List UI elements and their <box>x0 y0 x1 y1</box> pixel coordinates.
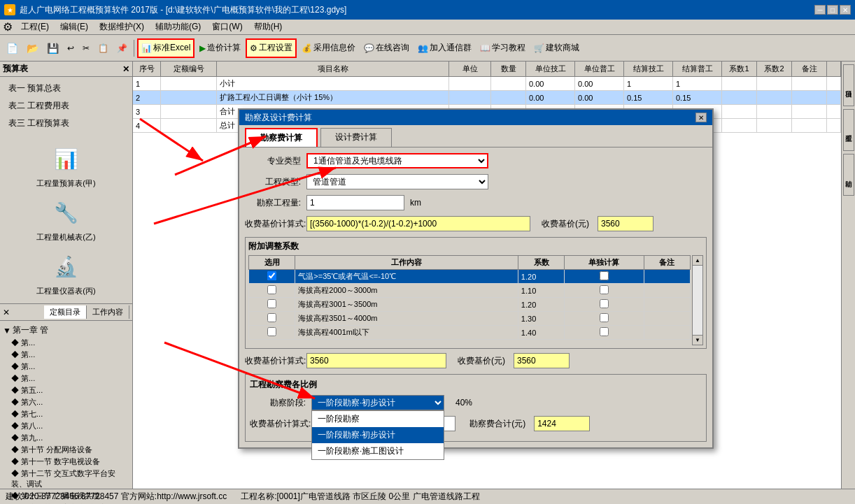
dialog-overlay: 勘察及设计费计算 ✕ 勘察费计算 设计费计算 专业类型 1通信管道及光电缆线路 … <box>238 108 714 449</box>
adj-solo-5[interactable] <box>600 327 609 336</box>
menu-edit[interactable]: 编辑(E) <box>55 20 94 34</box>
col-name: 项目名称 <box>217 62 449 76</box>
quota-tree: ▼ 第一章 管 ◆ 第... ◆ 第... ◆ 第... ◆ 第... ◆ 第五… <box>0 321 132 504</box>
bottom-formula-input[interactable] <box>306 353 446 368</box>
tree-item-sec1[interactable]: ◆ 第... <box>3 337 129 349</box>
toolbar-settings[interactable]: ⚙ 工程设置 <box>246 38 297 58</box>
toolbar-excel[interactable]: 📊 标准Excel <box>137 38 195 58</box>
left-panel-close-button[interactable]: ✕ <box>122 64 129 74</box>
survey-total-label: 勘察费合计(元) <box>469 418 525 430</box>
toolbar-open[interactable]: 📂 <box>23 38 42 58</box>
icon-block-quantity-jia[interactable]: 📊 工程量预算表(甲) <box>36 142 95 189</box>
survey-dialog: 勘察及设计费计算 ✕ 勘察费计算 设计费计算 专业类型 1通信管道及光电缆线路 … <box>238 108 714 449</box>
minimize-button[interactable]: ─ <box>814 5 826 15</box>
tree-item-sec10[interactable]: ◆ 第十节 分配网络设备 <box>3 444 129 456</box>
formula-input[interactable] <box>306 216 530 231</box>
col-note: 备注 <box>792 62 827 76</box>
nav-table1[interactable]: 表一 预算总表 <box>3 80 129 97</box>
tree-item-chapter1[interactable]: ▼ 第一章 管 <box>3 324 129 337</box>
toolbar-new[interactable]: 📄 <box>3 38 22 58</box>
survey-amount-input[interactable] <box>306 195 404 210</box>
tree-item-sec12[interactable]: ◆ 第十二节 交互式数字平台安装、调试 <box>3 468 129 490</box>
adj-solo-2[interactable] <box>600 285 609 294</box>
bottom-formula-label: 收费基价计算式: <box>245 355 301 367</box>
toolbar-tutorial[interactable]: 📖 学习教程 <box>476 38 529 58</box>
tab-work-content[interactable]: 工作内容 <box>87 305 129 319</box>
toolbar-copy[interactable]: 📋 <box>94 38 112 58</box>
adj-solo-1[interactable] <box>600 271 609 280</box>
status-project: 工程名称:[0001]广电管道线路 市区丘陵 0公里 广电管道线路工程 <box>241 491 479 503</box>
tree-item-sec11[interactable]: ◆ 第十一节 数字电视设备 <box>3 456 129 468</box>
adj-check-5[interactable] <box>267 327 276 336</box>
tree-item-sec6[interactable]: ◆ 第六... <box>3 396 129 408</box>
survey-bottom-formula-label: 收费基价计算式: <box>250 418 306 430</box>
survey-phase-dropdown-container: 一阶段勘察 一阶段勘察·初步设计 一阶段勘察·施工图设计 一阶段勘察 一阶段勘察… <box>311 395 444 410</box>
left-panel: 预算表 ✕ 表一 预算总表 表二 工程费用表 表三 工程预算表 📊 工程量预算表… <box>0 62 133 489</box>
base-price-input[interactable] <box>598 216 653 231</box>
right-panel: 项目目 工程量 辅助 <box>841 62 855 489</box>
tree-item-sec13[interactable]: ◆ 第十三节 广播电视共缆 <box>3 490 129 502</box>
survey-phase-select[interactable]: 一阶段勘察 一阶段勘察·初步设计 一阶段勘察·施工图设计 <box>311 395 444 410</box>
adj-scroll-down[interactable]: ▼ <box>693 335 702 345</box>
adj-row-4: 海拔高程3501～4000m 1.30 <box>249 312 691 326</box>
toolbar-calc[interactable]: ▶ 造价计算 <box>196 38 244 58</box>
menu-tools[interactable]: 辅助功能(G) <box>150 20 206 34</box>
dialog-close-button[interactable]: ✕ <box>695 113 707 122</box>
adj-table: 选用 工作内容 系数 单独计算 备注 气温>=35℃或 <box>248 255 691 340</box>
tree-item-sec8[interactable]: ◆ 第八... <box>3 420 129 432</box>
menu-project[interactable]: 工程(E) <box>15 20 55 34</box>
tab-survey[interactable]: 勘察费计算 <box>245 128 318 147</box>
project-type-row: 工程类型: 管道管道 光缆线路 电缆线路 <box>245 174 707 189</box>
adj-check-4[interactable] <box>267 313 276 322</box>
bottom-close-btn[interactable]: ✕ <box>3 308 10 317</box>
toolbar-price[interactable]: 💰 采用信息价 <box>298 38 359 58</box>
toolbar-group[interactable]: 👥 加入通信群 <box>414 38 475 58</box>
table-row-2: 2 扩路工程小工日调整（小计 15%） 0.00 0.00 0.15 0.15 <box>133 91 841 105</box>
project-type-select[interactable]: 管道管道 光缆线路 电缆线路 <box>306 174 488 189</box>
adj-row-3: 海拔高程3001～3500m 1.20 <box>249 298 691 312</box>
nav-table2[interactable]: 表二 工程费用表 <box>3 97 129 115</box>
tree-item-sec2[interactable]: ◆ 第... <box>3 349 129 361</box>
col-calc-skill: 结算技工 <box>624 62 673 76</box>
tree-item-sec9[interactable]: ◆ 第九... <box>3 432 129 444</box>
menu-window[interactable]: 窗口(W) <box>206 20 248 34</box>
menu-help[interactable]: 帮助(H) <box>248 20 288 34</box>
adj-solo-4[interactable] <box>600 313 609 322</box>
right-btn-1[interactable]: 项目目 <box>843 64 854 106</box>
menu-bar: ⚙ 工程(E) 编辑(E) 数据维护(X) 辅助功能(G) 窗口(W) 帮助(H… <box>0 20 855 35</box>
tree-item-sec7[interactable]: ◆ 第七... <box>3 408 129 420</box>
phase-option-2[interactable]: 一阶段勘察·初步设计 <box>312 427 444 443</box>
adj-scroll-up[interactable]: ▲ <box>693 256 702 266</box>
icon-block-machine[interactable]: 🔧 工程量机械表(乙) <box>36 196 95 243</box>
bottom-base-price-input[interactable] <box>514 353 570 368</box>
phase-option-1[interactable]: 一阶段勘察 <box>312 411 444 427</box>
toolbar-shop[interactable]: 🛒 建软商城 <box>530 38 583 58</box>
maximize-button[interactable]: □ <box>827 5 838 15</box>
survey-phase-label: 勘察阶段: <box>250 397 306 409</box>
tab-quota-list[interactable]: 定额目录 <box>44 305 87 319</box>
tree-item-sec5[interactable]: ◆ 第五... <box>3 384 129 396</box>
specialty-select[interactable]: 1通信管道及光电缆线路 2通信设备 3综合布线 <box>306 153 488 168</box>
tree-item-sec4[interactable]: ◆ 第... <box>3 373 129 384</box>
adj-solo-3[interactable] <box>600 299 609 308</box>
right-btn-3[interactable]: 辅助 <box>843 154 854 196</box>
adj-check-1[interactable] <box>267 271 276 280</box>
toolbar-cut[interactable]: ✂ <box>79 38 93 58</box>
col-unit: 单位 <box>449 62 491 76</box>
adj-check-2[interactable] <box>267 285 276 294</box>
menu-data[interactable]: 数据维护(X) <box>94 20 150 34</box>
close-button[interactable]: ✕ <box>840 5 851 15</box>
survey-total-input[interactable] <box>534 416 590 431</box>
tab-design[interactable]: 设计费计算 <box>320 128 392 147</box>
col-extra <box>827 62 841 76</box>
nav-table3[interactable]: 表三 工程预算表 <box>3 115 129 132</box>
toolbar-save[interactable]: 💾 <box>43 38 62 58</box>
toolbar-consult[interactable]: 💬 在线咨询 <box>360 38 413 58</box>
toolbar-undo[interactable]: ↩ <box>64 38 78 58</box>
right-btn-2[interactable]: 工程量 <box>843 109 854 151</box>
icon-block-instrument[interactable]: 🔬 工程量仪器表(丙) <box>36 250 95 296</box>
phase-option-3[interactable]: 一阶段勘察·施工图设计 <box>312 443 444 459</box>
adj-check-3[interactable] <box>267 299 276 308</box>
toolbar-paste[interactable]: 📌 <box>113 38 131 58</box>
tree-item-sec3[interactable]: ◆ 第... <box>3 361 129 373</box>
